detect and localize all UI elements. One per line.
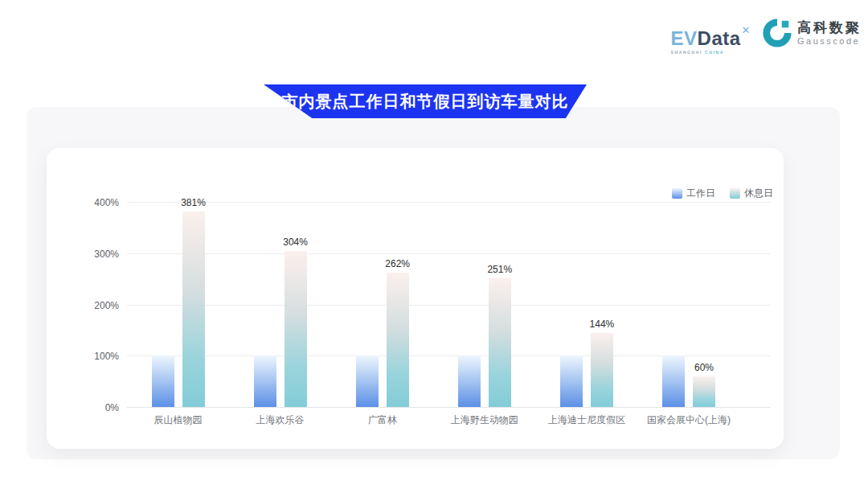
bar-休息日 <box>591 333 613 407</box>
x-axis-category-label: 辰山植物园 <box>122 413 235 427</box>
chart-plot: 0%100%200%300%400%381%辰山植物园304%上海欢乐谷262%… <box>127 203 770 408</box>
content-panel: 工作日休息日 0%100%200%300%400%381%辰山植物园304%上海… <box>27 107 840 459</box>
bar-value-label: 304% <box>268 236 324 248</box>
legend-item-休息日[interactable]: 休息日 <box>730 187 773 200</box>
y-axis-tick-label: 0% <box>71 402 119 413</box>
gausscode-text: 高科数聚 Gausscode <box>797 20 862 47</box>
x-axis-category-label: 国家会展中心(上海) <box>633 413 745 427</box>
bar-value-label: 262% <box>370 258 426 269</box>
evdata-tagline: SHANGHAI CHINA <box>671 50 724 55</box>
page-title: 市内景点工作日和节假日到访车量对比 <box>282 91 569 113</box>
bar-工作日 <box>560 355 583 407</box>
legend-item-工作日[interactable]: 工作日 <box>672 187 715 200</box>
y-axis-tick-label: 100% <box>71 351 119 362</box>
x-axis-category-label: 上海欢乐谷 <box>224 413 337 427</box>
bar-工作日 <box>458 355 481 407</box>
evdata-wordmark: EVData✕ <box>671 21 751 48</box>
bar-group: 304% <box>254 202 307 407</box>
evdata-tagline-right: CHINA <box>705 50 724 55</box>
bar-工作日 <box>356 355 379 407</box>
bar-工作日 <box>254 355 276 407</box>
evdata-data-text: Data <box>698 27 741 49</box>
evdata-x-icon: ✕ <box>742 24 751 36</box>
legend-label: 工作日 <box>686 187 715 200</box>
evdata-tagline-left: SHANGHAI <box>671 50 702 55</box>
legend-label: 休息日 <box>744 187 773 200</box>
bar-value-label: 381% <box>166 197 222 208</box>
gausscode-g-icon <box>762 18 792 48</box>
bar-工作日 <box>152 355 174 407</box>
bar-group: 381% <box>152 202 205 407</box>
bar-group: 60% <box>662 202 715 407</box>
bar-value-label: 144% <box>574 318 630 330</box>
evdata-logo: EVData✕ SHANGHAI CHINA <box>671 21 751 55</box>
chart-legend: 工作日休息日 <box>672 187 773 200</box>
gausscode-name-en: Gausscode <box>797 36 862 47</box>
bar-value-label: 60% <box>676 362 732 373</box>
bar-休息日 <box>182 212 205 407</box>
gausscode-logo: 高科数聚 Gausscode <box>762 18 862 48</box>
bar-休息日 <box>693 376 715 407</box>
bar-group: 144% <box>560 202 613 407</box>
chart-card: 工作日休息日 0%100%200%300%400%381%辰山植物园304%上海… <box>47 148 784 449</box>
y-axis-tick-label: 400% <box>71 197 119 208</box>
gausscode-name-cn: 高科数聚 <box>797 20 862 36</box>
title-banner: 市内景点工作日和节假日到访车量对比 <box>264 84 587 118</box>
bar-休息日 <box>387 273 409 407</box>
x-axis-category-label: 上海野生动物园 <box>428 413 541 427</box>
y-axis-tick-label: 300% <box>71 249 119 260</box>
bar-value-label: 251% <box>472 264 528 275</box>
x-axis-category-label: 广富林 <box>326 413 439 427</box>
gridline <box>127 407 770 408</box>
y-axis-tick-label: 200% <box>71 300 119 311</box>
bar-休息日 <box>285 251 307 407</box>
legend-swatch-icon <box>730 188 740 199</box>
legend-swatch-icon <box>672 188 682 199</box>
x-axis-category-label: 上海迪士尼度假区 <box>530 413 643 427</box>
bar-group: 251% <box>458 202 511 407</box>
evdata-ev-text: EV <box>671 27 698 49</box>
header-logos: EVData✕ SHANGHAI CHINA 高科数聚 Gausscode <box>671 18 862 55</box>
bar-休息日 <box>489 278 511 407</box>
bar-group: 262% <box>356 202 409 407</box>
